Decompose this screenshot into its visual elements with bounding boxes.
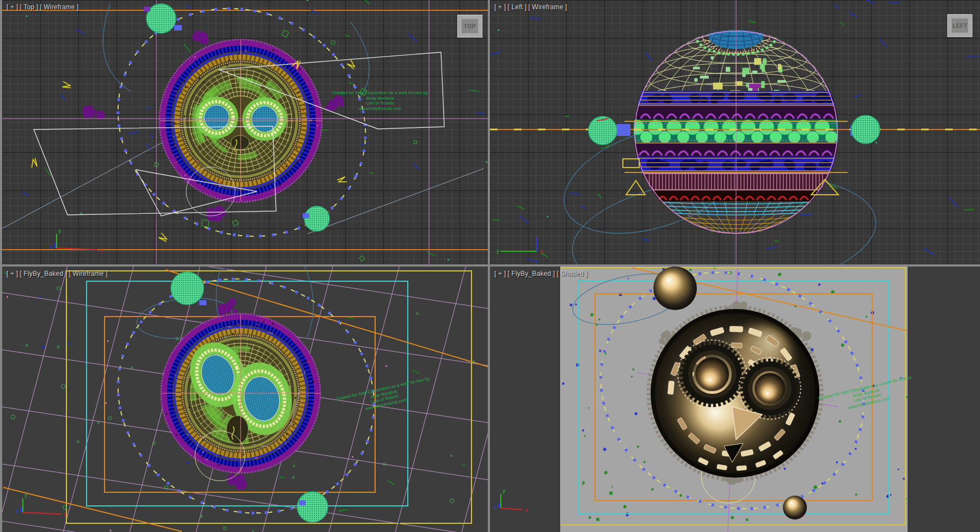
viewport-label: [ + ][ Top ][ Wireframe ] [7, 3, 81, 11]
svg-text:x: x [64, 511, 66, 517]
viewport-top[interactable]: yxz [ + ][ Top ][ Wireframe ] TOP [2, 0, 488, 264]
svg-text:z: z [494, 504, 497, 510]
satellite-sphere-shiny[interactable] [783, 496, 807, 519]
viewport-menu-general[interactable]: [ + ] [7, 3, 18, 11]
viewport-menu-pov[interactable]: [ FlyBy_Baked ] [507, 270, 555, 277]
viewport-menu-shading[interactable]: [ Wireframe ] [69, 270, 107, 277]
satellite-sphere-green[interactable] [146, 4, 176, 33]
debris-cluster [82, 106, 105, 120]
svg-text:z: z [50, 244, 52, 250]
svg-text:x: x [540, 249, 543, 255]
viewport-menu-shading[interactable]: [ Shaded ] [556, 270, 587, 277]
world-axis-tripod: yxz [16, 492, 66, 517]
debris-cluster [207, 206, 226, 222]
svg-text:y: y [503, 488, 505, 494]
viewport-canvas-flyby-shaded: yxz [490, 267, 980, 532]
viewport-menu-shading[interactable]: [ Wireframe ] [528, 3, 567, 11]
owl-eye [195, 97, 238, 139]
viewport-menu-general[interactable]: [ + ] [7, 270, 18, 277]
viewport-left[interactable]: yx [ + ][ Left ][ Wireframe ] LEFT [490, 0, 980, 264]
viewcube[interactable]: LEFT [947, 14, 972, 37]
svg-text:y: y [497, 248, 499, 254]
owl-sphere-wireframe[interactable] [161, 314, 320, 473]
svg-text:x: x [525, 507, 528, 513]
satellite-sphere-green[interactable] [297, 492, 328, 522]
max-viewport-grid: yxz [ + ][ Top ][ Wireframe ] TOP yx [ +… [0, 0, 980, 532]
svg-text:x: x [100, 247, 103, 253]
viewport-canvas-left: yx [490, 0, 980, 264]
world-axis-tripod: yx [497, 237, 543, 255]
viewport-menu-general[interactable]: [ + ] [494, 270, 506, 277]
viewport-label: [ + ][ FlyBy_Baked ][ Wireframe ] [7, 270, 109, 277]
owl-sphere-side-wireframe[interactable] [629, 17, 840, 233]
viewport-label: [ + ][ Left ][ Wireframe ] [494, 3, 569, 11]
watermark-attribution-top: Created for Intel Corporation as a work … [326, 90, 434, 111]
debris-cluster [218, 298, 238, 315]
satellite-sphere-green[interactable] [589, 116, 617, 145]
viewport-menu-pov[interactable]: [ Left ] [507, 3, 526, 11]
owl-eye [242, 97, 287, 141]
svg-text:y: y [58, 228, 61, 234]
debris-cluster [227, 474, 247, 490]
debris-cluster [192, 30, 209, 45]
satellite-sphere-shiny[interactable] [653, 267, 697, 310]
satellite-sphere-green[interactable] [171, 272, 204, 305]
satellite-sphere-green[interactable] [304, 206, 329, 231]
satellite-sphere-green[interactable] [852, 115, 880, 144]
viewcube[interactable]: TOP [457, 15, 482, 38]
viewport-menu-pov[interactable]: [ FlyBy_Baked ] [20, 270, 67, 277]
viewport-menu-shading[interactable]: [ Wireframe ] [40, 3, 78, 11]
viewport-flyby-shaded[interactable]: yxz [ + ][ FlyBy_Baked ][ Shaded ] [490, 267, 980, 532]
svg-text:y: y [24, 492, 27, 498]
viewport-menu-pov[interactable]: [ Top ] [20, 3, 38, 11]
viewport-canvas-top: yxz [2, 0, 488, 264]
viewport-label: [ + ][ FlyBy_Baked ][ Shaded ] [494, 270, 589, 277]
viewport-menu-general[interactable]: [ + ] [494, 3, 506, 11]
svg-text:z: z [16, 509, 19, 515]
